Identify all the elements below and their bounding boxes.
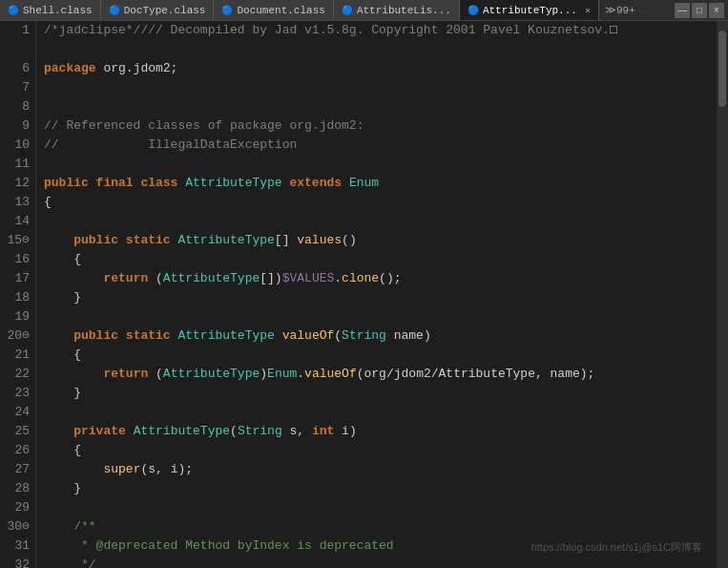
- line-num-19: 19: [0, 307, 35, 326]
- close-button[interactable]: ×: [709, 3, 724, 18]
- line-num-32: 32: [0, 556, 35, 568]
- line-num-31: 31: [0, 536, 35, 556]
- tab-label-shell: Shell.class: [23, 5, 93, 16]
- line-num-8: 8: [0, 97, 35, 116]
- line-num-11: 11: [0, 155, 35, 174]
- line-num-22: 22: [0, 365, 35, 384]
- tab-icon-doctype: 🔵: [109, 5, 120, 16]
- tab-attrlist[interactable]: 🔵 AttributeLis...: [334, 0, 460, 21]
- line-num-15: 15⊖: [0, 231, 35, 250]
- code-line-20: public static AttributeType valueOf(Stri…: [44, 326, 717, 346]
- tab-icon-shell: 🔵: [8, 5, 19, 16]
- code-line-27: super(s, i);: [44, 460, 717, 479]
- line-num-12: 12: [0, 174, 35, 193]
- code-content[interactable]: /*jadclipse*//// Decompiled by Jad v1.5.…: [36, 21, 717, 568]
- tab-label-document: Document.class: [237, 5, 324, 16]
- code-line-10: // IllegalDataException: [44, 136, 717, 155]
- code-line-1: /*jadclipse*//// Decompiled by Jad v1.5.…: [44, 21, 717, 40]
- code-line-6: package org.jdom2;: [44, 59, 717, 78]
- code-line-32: */: [44, 556, 717, 568]
- code-line-22: return (AttributeType)Enum.valueOf(org/j…: [44, 365, 717, 384]
- line-num-28: 28: [0, 479, 35, 498]
- line-num-30: 30⊖: [0, 517, 35, 536]
- scrollbar-right[interactable]: [717, 21, 728, 568]
- restore-button[interactable]: □: [692, 3, 707, 18]
- minimize-button[interactable]: —: [675, 3, 690, 18]
- code-line-18: }: [44, 288, 717, 307]
- line-num-16: 16: [0, 250, 35, 269]
- editor-area: 1 6 7 8 9 10 11 12 13 14 15⊖ 16 17 18 19…: [0, 21, 728, 568]
- code-line-17: return (AttributeType[])$VALUES.clone();: [44, 269, 717, 288]
- line-num-9: 9: [0, 116, 35, 136]
- code-line-25: private AttributeType(String s, int i): [44, 422, 717, 441]
- line-num-7: 7: [0, 78, 35, 97]
- tab-icon-attrlist: 🔵: [342, 5, 353, 16]
- tab-label-attrtype: AttributeTyp...: [483, 5, 577, 16]
- line-num-1: 1: [0, 21, 35, 40]
- window-controls: — □ ×: [675, 3, 728, 18]
- code-line-21: {: [44, 346, 717, 365]
- line-num-27: 27: [0, 460, 35, 479]
- code-line-13: {: [44, 193, 717, 212]
- line-num-18: 18: [0, 288, 35, 307]
- line-num-6: 6: [0, 59, 35, 78]
- line-num-23: 23: [0, 384, 35, 403]
- tab-label-attrlist: AttributeLis...: [357, 5, 451, 16]
- code-line-31: * @deprecated Method byIndex is deprecat…: [44, 536, 717, 556]
- tab-document[interactable]: 🔵 Document.class: [214, 0, 333, 21]
- code-line-8: [44, 97, 717, 116]
- line-num-24: 24: [0, 403, 35, 422]
- code-line-26: {: [44, 441, 717, 460]
- tab-icon-document: 🔵: [221, 5, 233, 16]
- line-num-21: 21: [0, 346, 35, 365]
- line-num-10: 10: [0, 136, 35, 155]
- tab-label-doctype: DocType.class: [124, 5, 206, 16]
- code-line-15: public static AttributeType[] values(): [44, 231, 717, 250]
- line-num-13: 13: [0, 193, 35, 212]
- code-line-24: [44, 403, 717, 422]
- code-line-19: [44, 307, 717, 326]
- tab-bar: 🔵 Shell.class 🔵 DocType.class 🔵 Document…: [0, 0, 728, 21]
- code-line-14: [44, 212, 717, 231]
- code-line-12: public final class AttributeType extends…: [44, 174, 717, 193]
- line-num-25: 25: [0, 422, 35, 441]
- code-line-30: /**: [44, 517, 717, 536]
- line-num-14: 14: [0, 212, 35, 231]
- tab-attrtype[interactable]: 🔵 AttributeTyp... ✕: [460, 0, 599, 21]
- code-line-9: // Referenced classes of package org.jdo…: [44, 116, 717, 136]
- tab-icon-attrtype: 🔵: [468, 5, 479, 16]
- line-num-17: 17: [0, 269, 35, 288]
- tab-shell[interactable]: 🔵 Shell.class: [0, 0, 101, 21]
- scrollbar-thumb-right[interactable]: [718, 31, 726, 107]
- tab-doctype[interactable]: 🔵 DocType.class: [101, 0, 215, 21]
- code-line-16: {: [44, 250, 717, 269]
- tab-close-attrtype[interactable]: ✕: [585, 5, 591, 16]
- code-line-28: }: [44, 479, 717, 498]
- code-line-11: [44, 155, 717, 174]
- code-line-29: [44, 498, 717, 517]
- code-line-23: }: [44, 384, 717, 403]
- code-line-7: [44, 78, 717, 97]
- line-num-26: 26: [0, 441, 35, 460]
- code-line-blank: [44, 40, 717, 59]
- line-num-20: 20⊖: [0, 326, 35, 346]
- line-num-blank: [0, 40, 35, 59]
- tab-overflow[interactable]: ≫99+: [599, 4, 641, 16]
- line-num-29: 29: [0, 498, 35, 517]
- line-number-gutter: 1 6 7 8 9 10 11 12 13 14 15⊖ 16 17 18 19…: [0, 21, 36, 568]
